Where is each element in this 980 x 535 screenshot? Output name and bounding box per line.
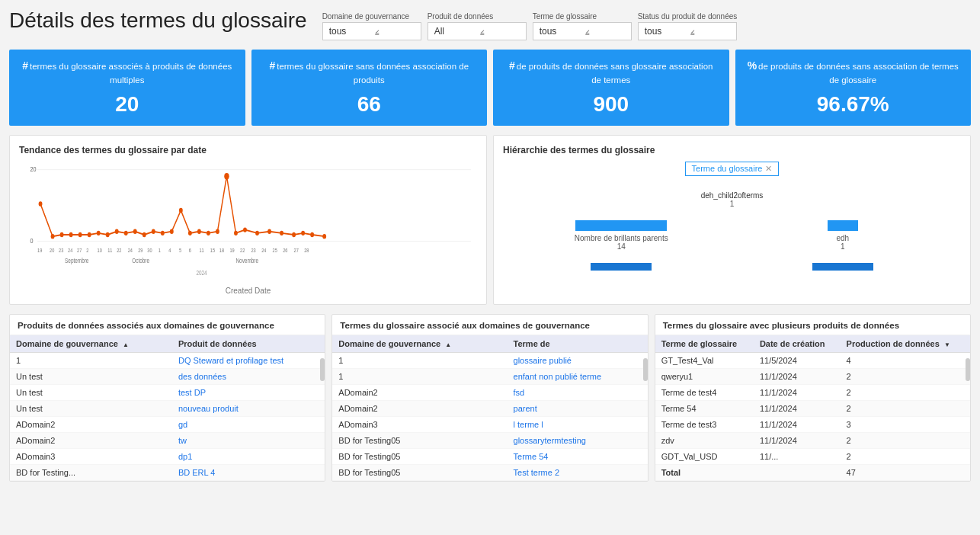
svg-point-29 (280, 230, 283, 235)
filter-domaine-value: tous (329, 26, 369, 37)
table-cell: BD for Testing05 (332, 448, 507, 464)
table1-title: Produits de données associés aux domaine… (10, 315, 325, 335)
tables-row: Produits de données associés aux domaine… (9, 314, 971, 482)
table3-col2[interactable]: Production de données ▼ (841, 335, 970, 353)
hier-top-count: 1 (701, 200, 764, 208)
table-row: BD for Testing05glossarytermtesting (332, 432, 647, 448)
scrollbar[interactable] (320, 358, 325, 381)
table-cell: ADomain2 (332, 384, 507, 400)
table2: Domaine de gouvernance ▲ Terme de 1gloss… (332, 335, 647, 481)
svg-point-10 (97, 230, 101, 235)
table-cell: zdv (655, 432, 754, 448)
table-row: Un testnouveau produit (10, 400, 325, 416)
table-cell: 47 (841, 464, 970, 480)
table-cell[interactable]: gd (172, 416, 325, 432)
filter-status-select[interactable]: tous ⦤ (638, 22, 738, 40)
svg-point-27 (255, 230, 259, 235)
filter-produit-select[interactable]: All ⦤ (428, 22, 527, 40)
close-icon[interactable]: ✕ (765, 164, 772, 174)
svg-text:26: 26 (283, 247, 288, 253)
scrollbar[interactable] (966, 358, 970, 381)
table-cell[interactable]: test DP (172, 384, 325, 400)
page-title: Détails des termes du glossaire (9, 9, 307, 33)
table-cell: 1 (332, 352, 507, 368)
svg-text:27: 27 (294, 247, 299, 253)
table-cell[interactable]: parent (508, 400, 648, 416)
svg-point-21 (197, 229, 201, 233)
table-cell[interactable]: enfant non publié terme (508, 368, 648, 384)
table-cell[interactable]: Terme 54 (508, 448, 648, 464)
table-cell[interactable]: Test terme 2 (508, 464, 648, 480)
svg-point-4 (39, 201, 43, 206)
table-row: BD for Testing05Test terme 2 (332, 464, 647, 480)
svg-point-15 (143, 232, 146, 236)
table-cell[interactable]: tw (172, 432, 325, 448)
kpi-prefix-2: # (509, 59, 515, 72)
svg-text:0: 0 (30, 235, 33, 244)
hier-bar-left-count: 14 (617, 242, 626, 251)
table-cell: 3 (841, 416, 970, 432)
svg-text:5: 5 (179, 247, 181, 253)
table1-col1[interactable]: Produit de données (172, 335, 325, 353)
table-row: Un testdes données (10, 368, 325, 384)
scrollbar[interactable] (643, 358, 648, 381)
table-cell: 11/1/2024 (754, 416, 841, 432)
svg-text:Novembre: Novembre (235, 257, 258, 264)
svg-point-19 (179, 207, 183, 212)
hierarchy-chart-panel: Hiérarchie des termes du glossaire Terme… (493, 135, 971, 305)
filter-status: Status du produit de données tous ⦤ (638, 12, 738, 40)
svg-point-6 (60, 232, 64, 236)
hier-top-label: deh_child2ofterms (701, 191, 764, 200)
hierarchy-filter-tag[interactable]: Terme du glossaire ✕ (685, 162, 780, 176)
kpi-value-1: 66 (264, 92, 476, 117)
table1-col0[interactable]: Domaine de gouvernance ▲ (10, 335, 172, 353)
svg-point-13 (124, 230, 128, 235)
table-row: ADomain3l terme l (332, 416, 647, 432)
svg-point-14 (133, 229, 137, 233)
table-cell: ADomain3 (332, 416, 507, 432)
svg-point-9 (88, 232, 91, 236)
svg-text:Octobre: Octobre (132, 257, 149, 264)
table-cell[interactable]: des données (172, 368, 325, 384)
hier-bar-right-label: edh (836, 234, 849, 242)
kpi-title-3: %de produits de données sans association… (748, 59, 959, 86)
table-row: 1enfant non publié terme (332, 368, 647, 384)
table-row: BD for Testing05Terme 54 (332, 448, 647, 464)
svg-text:24: 24 (68, 247, 73, 253)
table3-col0[interactable]: Terme de glossaire (655, 335, 754, 353)
table-cell[interactable]: l terme l (508, 416, 648, 432)
svg-text:28: 28 (304, 247, 309, 253)
kpi-title-0: #termes du glossaire associés à produits… (21, 59, 233, 86)
table-cell[interactable]: glossarytermtesting (508, 432, 648, 448)
filter-terme-select[interactable]: tous ⦤ (533, 22, 632, 40)
chevron-down-icon: ⦤ (480, 27, 520, 36)
table-row: Terme de test411/1/20242 (655, 384, 970, 400)
chevron-down-icon: ⦤ (690, 27, 730, 36)
table-row: GDT_Val_USD11/...2 (655, 448, 970, 464)
table-cell: 2 (841, 384, 970, 400)
svg-text:1: 1 (159, 247, 161, 253)
table-cell[interactable]: DQ Steward et profilage test (172, 352, 325, 368)
sort-icon: ▲ (123, 341, 129, 348)
svg-text:2: 2 (86, 247, 88, 253)
table-cell[interactable]: nouveau produit (172, 400, 325, 416)
table-row: ADomain2fsd (332, 384, 647, 400)
table-cell[interactable]: BD ERL 4 (172, 464, 325, 480)
table-cell: GDT_Val_USD (655, 448, 754, 464)
table2-col1[interactable]: Terme de (508, 335, 648, 353)
table-cell: 11/1/2024 (754, 400, 841, 416)
kpi-prefix-1: # (269, 59, 275, 72)
table3-title: Termes du glossaire avec plusieurs produ… (655, 315, 970, 335)
table-cell: Un test (10, 400, 172, 416)
svg-text:11: 11 (107, 247, 113, 253)
filter-domaine-select[interactable]: tous ⦤ (322, 22, 421, 40)
table-cell[interactable]: dp1 (172, 448, 325, 464)
table-cell: 1 (332, 368, 507, 384)
table-cell[interactable]: glossaire publié (508, 352, 648, 368)
charts-row: Tendance des termes du glossaire par dat… (9, 135, 971, 305)
table2-col0[interactable]: Domaine de gouvernance ▲ (332, 335, 507, 353)
svg-point-5 (51, 234, 55, 239)
table-cell[interactable]: fsd (508, 384, 648, 400)
svg-point-23 (216, 229, 219, 233)
table3-col1[interactable]: Date de création (754, 335, 841, 353)
